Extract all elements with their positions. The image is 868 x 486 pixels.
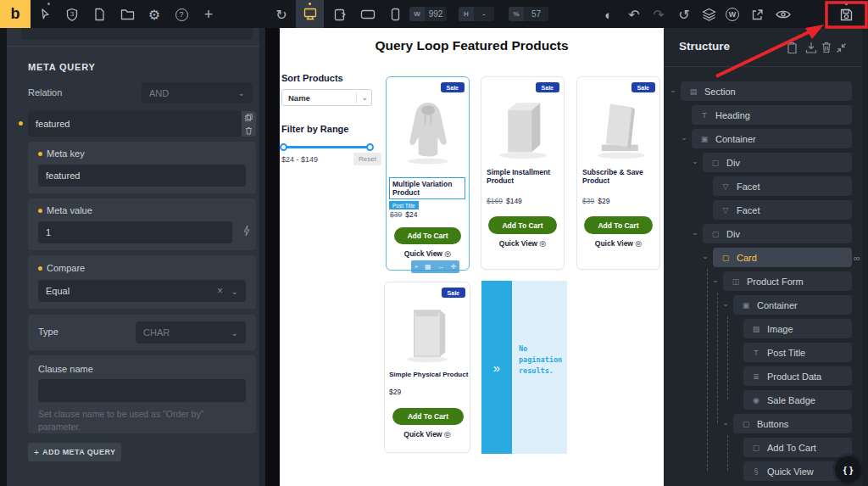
chevron-down-icon[interactable]: ⌄ <box>710 276 721 284</box>
container-icon: ▣ <box>699 135 709 143</box>
tree-row-add-to-cart[interactable]: ▢ Add To Cart <box>743 438 852 457</box>
preview-eye-icon[interactable] <box>774 5 793 24</box>
add-icon[interactable]: + <box>415 263 419 271</box>
chevron-down-icon[interactable]: ⌄ <box>679 133 689 142</box>
grid-icon[interactable]: ▦ <box>425 263 431 271</box>
height-input[interactable]: - <box>474 7 494 21</box>
wordpress-icon[interactable]: W <box>723 5 742 24</box>
quick-view-icon: § <box>751 467 761 476</box>
chevron-down-icon[interactable]: ⌄ <box>668 86 678 94</box>
quick-view-link[interactable]: Quick View ◎ <box>387 249 469 258</box>
range-slider-handle-min[interactable] <box>280 143 287 151</box>
bricks-logo[interactable]: b <box>0 0 31 28</box>
tree-row-product-form[interactable]: ◫ Product Form <box>723 271 852 291</box>
panel-scrollbar[interactable] <box>259 28 265 486</box>
element-actions-toolbar[interactable]: + ▦ ↔ ✛ <box>411 260 459 273</box>
panel-scrollbar[interactable] <box>862 28 868 486</box>
tree-row-post-title[interactable]: T Post Title <box>743 343 852 362</box>
tree-row-section[interactable]: ▤ Section <box>681 81 852 101</box>
dynamic-data-bolt-icon[interactable] <box>242 225 251 240</box>
product-card[interactable]: Sale Multiple Variation Product Post Tit… <box>386 76 470 271</box>
relation-select[interactable]: AND ⌄ <box>142 82 253 103</box>
duplicate-icon[interactable] <box>242 111 256 124</box>
chevron-down-icon[interactable]: ⌄ <box>690 228 700 237</box>
move-icon[interactable]: ✛ <box>451 263 457 271</box>
tree-row-product-data[interactable]: ≣ Product Data <box>743 366 852 386</box>
add-to-cart-button[interactable]: Add To Cart <box>584 216 653 234</box>
plus-icon: + <box>34 447 39 457</box>
quick-view-link[interactable]: Quick View ◎ <box>385 430 470 439</box>
modified-dot <box>38 209 42 213</box>
settings-gear-icon[interactable]: ⚙ <box>145 5 164 24</box>
product-card[interactable]: Sale Simple Physical Product $29 Add To … <box>384 282 470 453</box>
tree-row-div[interactable]: ▢ Div <box>703 224 852 243</box>
tree-row-image[interactable]: ▧ Image <box>743 319 852 338</box>
tree-row-container[interactable]: ▣ Container <box>692 129 852 148</box>
import-icon[interactable] <box>804 41 818 54</box>
add-meta-query-button[interactable]: + ADD META QUERY <box>28 443 121 461</box>
chevron-down-icon[interactable]: ⌄ <box>690 157 700 165</box>
add-to-cart-button[interactable]: Add To Cart <box>488 216 557 234</box>
meta-key-input[interactable]: featured <box>38 165 246 187</box>
chevron-down-icon[interactable]: ⌄ <box>721 418 731 427</box>
tree-row-buttons[interactable]: ▢ Buttons <box>733 414 852 433</box>
product-card[interactable]: Sale Subscribe & Save Product $39$29 Add… <box>576 76 660 270</box>
meta-value-input[interactable]: 1 <box>38 221 232 243</box>
range-slider-track[interactable] <box>281 146 373 148</box>
chevron-down-icon[interactable]: ⌄ <box>721 299 731 308</box>
post-title-selected-outline[interactable]: Multiple Variation Product <box>389 177 465 199</box>
help-button[interactable]: ? <box>172 5 191 24</box>
refresh-icon[interactable]: ↻ <box>272 5 291 24</box>
delete-icon[interactable] <box>242 124 256 137</box>
tree-row-heading[interactable]: T Heading <box>692 105 852 125</box>
reset-button[interactable]: Reset <box>353 153 381 165</box>
add-to-cart-icon: ▢ <box>751 444 761 452</box>
paste-icon[interactable] <box>785 41 798 54</box>
code-button[interactable]: { } <box>835 456 861 483</box>
collapse-icon[interactable] <box>834 41 848 54</box>
query-loop-icon[interactable]: ∞ <box>854 253 860 263</box>
type-select[interactable]: CHAR ⌄ <box>136 321 246 344</box>
zoom-input[interactable]: 57 <box>524 7 548 21</box>
container-icon: ▣ <box>741 301 751 310</box>
tree-row-facet[interactable]: ▽ Facet <box>713 200 852 220</box>
add-to-cart-button[interactable]: Add To Cart <box>394 227 461 244</box>
chevron-down-icon[interactable]: ⌄ <box>700 252 710 260</box>
tree-row-sale-badge[interactable]: ◉ Sale Badge <box>743 390 852 410</box>
meta-query-item-header[interactable]: featured <box>28 111 256 137</box>
resize-icon[interactable]: ↔ <box>437 263 444 271</box>
delete-icon[interactable] <box>820 41 833 54</box>
clause-input[interactable] <box>38 379 246 402</box>
sort-select[interactable]: Name ⌄ <box>281 89 372 106</box>
add-to-cart-button[interactable]: Add To Cart <box>392 408 464 425</box>
breakpoint-desktop-button[interactable] <box>296 0 324 28</box>
redo-icon[interactable]: ↷ <box>649 5 668 24</box>
quick-view-link[interactable]: Quick View ◎ <box>481 239 564 248</box>
range-slider-handle-max[interactable] <box>366 143 374 151</box>
product-card[interactable]: Sale Simple Installment Product $169$149… <box>481 76 565 270</box>
pages-button[interactable] <box>90 5 108 24</box>
select-element-button[interactable] <box>36 5 54 24</box>
tree-row-card-selected[interactable]: ▢ Card <box>713 248 852 267</box>
shield-version-button[interactable]: 3 <box>63 5 81 24</box>
history-icon[interactable]: ↺ <box>675 5 693 24</box>
breakpoint-landscape-button[interactable] <box>359 5 377 24</box>
layers-icon[interactable] <box>699 5 718 24</box>
width-input[interactable]: 992 <box>425 7 447 21</box>
quick-view-link[interactable]: Quick View ◎ <box>577 239 659 248</box>
templates-folder-button[interactable] <box>118 5 136 24</box>
breakpoint-mobile-button[interactable] <box>386 5 404 24</box>
add-element-button[interactable]: + <box>199 5 218 24</box>
undo-icon[interactable]: ↶ <box>625 5 643 24</box>
clear-icon[interactable]: × <box>217 286 223 296</box>
page-heading[interactable]: Query Loop Featured Products <box>280 38 664 53</box>
compare-select[interactable]: Equal × ⌄ <box>38 280 246 302</box>
tree-row-div[interactable]: ▢ Div <box>703 153 852 172</box>
breakpoint-tablet-rotate-button[interactable] <box>331 5 349 24</box>
panel-edge <box>0 28 7 486</box>
tree-row-container[interactable]: ▣ Container <box>733 295 852 315</box>
tree-row-facet[interactable]: ▽ Facet <box>713 176 852 196</box>
external-link-icon[interactable] <box>748 5 766 24</box>
theme-contrast-icon[interactable]: ◐ <box>599 5 618 24</box>
save-button[interactable] <box>837 5 855 24</box>
